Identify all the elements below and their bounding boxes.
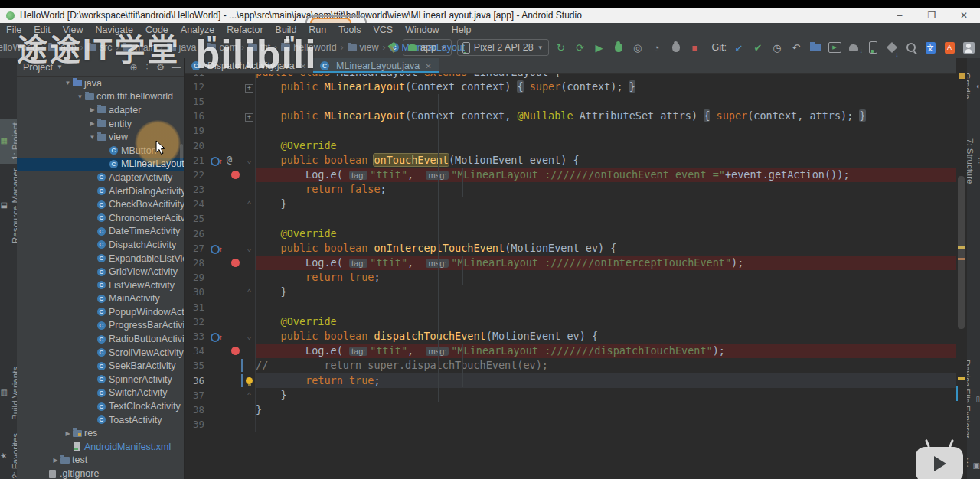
gutter-icons[interactable]: [208, 211, 243, 226]
tab-close-icon[interactable]: ✕: [425, 62, 431, 70]
gutter-icons[interactable]: [208, 373, 243, 388]
project-scrollbar-thumb[interactable]: [180, 144, 183, 165]
maximize-button[interactable]: ❐: [916, 8, 948, 23]
breadcrumb-item-src[interactable]: src›: [87, 42, 123, 53]
line-number[interactable]: 27: [185, 241, 208, 256]
gutter-icons[interactable]: [208, 270, 243, 285]
tree-item-scrollviewactivity[interactable]: CScrollViewActivity: [17, 346, 184, 360]
stripe-mark-warning[interactable]: [959, 73, 965, 79]
gutter-fold-column[interactable]: [243, 402, 256, 417]
tree-item-spinneractivity[interactable]: CSpinnerActivity: [17, 373, 184, 386]
profile-icon[interactable]: ◔: [650, 41, 664, 54]
gutter-icons[interactable]: [208, 285, 243, 299]
line-number[interactable]: 22: [185, 168, 208, 182]
menu-item-tools[interactable]: Tools: [332, 24, 367, 35]
menu-item-help[interactable]: Help: [446, 24, 478, 35]
breadcrumb-item-view[interactable]: view›: [348, 42, 390, 53]
gutter-fold-column[interactable]: ⌄: [243, 329, 256, 344]
gutter-fold-column[interactable]: ⌄: [243, 241, 256, 256]
profile-avatar-icon[interactable]: [962, 41, 975, 54]
line-number[interactable]: 21: [185, 153, 208, 168]
code-line-20[interactable]: 20 @Override: [185, 138, 956, 153]
menu-item-navigate[interactable]: Navigate: [90, 24, 139, 35]
tree-item-checkboxacitivity[interactable]: CCheckBoxAcitivity: [17, 197, 184, 211]
translate-blue-icon[interactable]: 文: [923, 41, 937, 54]
project-panel-title[interactable]: Project: [23, 62, 53, 73]
tree-item-switchactivity[interactable]: CSwitchActivity: [17, 386, 184, 400]
tree-item-dispatchactivity[interactable]: CDispatchActivity: [17, 238, 184, 252]
code-line-29[interactable]: 29 return true;: [185, 270, 956, 285]
tree-item-expandablelistview[interactable]: CExpandableListView: [17, 252, 184, 266]
gutter-fold-column[interactable]: [243, 226, 256, 241]
tree-item-androidmanifest-xml[interactable]: AndroidManifest.xml: [17, 440, 184, 454]
line-number[interactable]: 24: [185, 197, 208, 211]
profiler-low-overhead-icon[interactable]: ◎: [631, 41, 645, 54]
debug-icon[interactable]: [612, 41, 626, 54]
intention-bulb-icon[interactable]: [246, 377, 253, 384]
run-window-icon[interactable]: ▶: [828, 41, 841, 54]
editor-scrollbar-thumb[interactable]: [958, 176, 965, 329]
line-number[interactable]: 12: [185, 80, 208, 94]
device-dropdown[interactable]: Pixel 2 API 28▼: [457, 39, 549, 56]
tool-strip-tab-resource-manager[interactable]: ◧Resource Manager: [0, 171, 17, 240]
line-number[interactable]: 39: [185, 417, 208, 432]
code-line-22[interactable]: 22 Log.e( tag:"ttit", msg:"MLinearLayout…: [185, 168, 956, 182]
code-editor[interactable]: CDispatchActivity.java✕CMLinearLayout.ja…: [184, 58, 967, 479]
gutter-fold-column[interactable]: [243, 182, 256, 197]
menu-item-edit[interactable]: Edit: [28, 24, 57, 35]
code-line-28[interactable]: 28 Log.e( tag:"ttit", msg:"MLinearLayout…: [185, 256, 956, 270]
line-number[interactable]: 30: [185, 285, 208, 299]
menu-item-file[interactable]: File: [0, 24, 28, 35]
code-line-31[interactable]: 31: [185, 300, 956, 314]
gutter-icons[interactable]: [208, 256, 243, 270]
gutter-icons[interactable]: [208, 388, 243, 402]
line-number[interactable]: 29: [185, 270, 208, 285]
chevron-right-icon[interactable]: ▶: [88, 106, 96, 113]
breadcrumb-item-helloworld[interactable]: HelloWorld›: [0, 42, 48, 53]
line-number[interactable]: 34: [185, 344, 208, 358]
line-number[interactable]: 25: [185, 211, 208, 226]
tree-item-adapter[interactable]: ▶adapter: [17, 103, 184, 117]
tool-strip-tab-wo[interactable]: ▣Wo: [968, 451, 980, 479]
line-number[interactable]: 35: [185, 358, 208, 373]
code-line-32[interactable]: 32 @Override: [185, 314, 956, 329]
gutter-fold-column[interactable]: ⌃: [243, 388, 256, 402]
run-config-dropdown[interactable]: app▼: [403, 39, 452, 56]
tree-item-view[interactable]: ▼view: [17, 130, 184, 144]
tree-item-progressbaractivity[interactable]: CProgressBarActivity: [17, 319, 184, 333]
chevron-right-icon[interactable]: ▶: [88, 120, 96, 127]
fold-expand-icon[interactable]: +: [245, 113, 253, 122]
hide-panel-icon[interactable]: ―: [172, 62, 181, 73]
gutter-fold-column[interactable]: [243, 373, 256, 388]
locate-file-icon[interactable]: ⊕: [130, 62, 138, 73]
line-number[interactable]: 19: [185, 123, 208, 138]
tree-item-java[interactable]: ▼java: [17, 77, 184, 90]
code-line-19[interactable]: 19: [185, 123, 956, 138]
tree-item-mbutton[interactable]: CMButton: [17, 144, 184, 158]
breadcrumb-item-main[interactable]: main›: [122, 42, 166, 53]
fold-expand-icon[interactable]: +: [245, 84, 253, 93]
gutter-icons[interactable]: [208, 182, 243, 197]
code-line-27[interactable]: 27↑⌄ public boolean onInterceptTouchEven…: [185, 241, 956, 256]
line-number[interactable]: 23: [185, 182, 208, 197]
code-line-16[interactable]: 16+ public MLinearLayout(Context context…: [185, 109, 956, 123]
chevron-down-icon[interactable]: ▼: [64, 80, 72, 86]
gutter-fold-column[interactable]: [243, 168, 256, 182]
gutter-icons[interactable]: [208, 417, 243, 432]
chevron-right-icon[interactable]: ▶: [64, 430, 72, 437]
tree-item-adapteractivity[interactable]: CAdapterActivity: [17, 171, 184, 184]
editor-tab-mlinearlayout-java[interactable]: CMLinearLayout.java✕: [313, 58, 439, 73]
gutter-icons[interactable]: [208, 109, 243, 123]
line-number[interactable]: 32: [185, 314, 208, 329]
gutter-icons[interactable]: [208, 344, 243, 358]
breakpoint-icon[interactable]: [231, 259, 240, 267]
menu-item-vcs[interactable]: VCS: [367, 24, 399, 35]
breadcrumb-item-java[interactable]: java›: [167, 42, 207, 53]
gutter-icons[interactable]: ↑: [208, 241, 243, 256]
code-line-38[interactable]: 38}: [185, 402, 956, 417]
gutter-fold-column[interactable]: [243, 300, 256, 314]
tree-item-textclockactivity[interactable]: CTextClockActivity: [17, 399, 184, 413]
gutter-fold-column[interactable]: +: [243, 109, 256, 123]
code-line-24[interactable]: 24⌃ }: [185, 197, 956, 211]
breadcrumb-item-app[interactable]: app›: [48, 42, 87, 53]
